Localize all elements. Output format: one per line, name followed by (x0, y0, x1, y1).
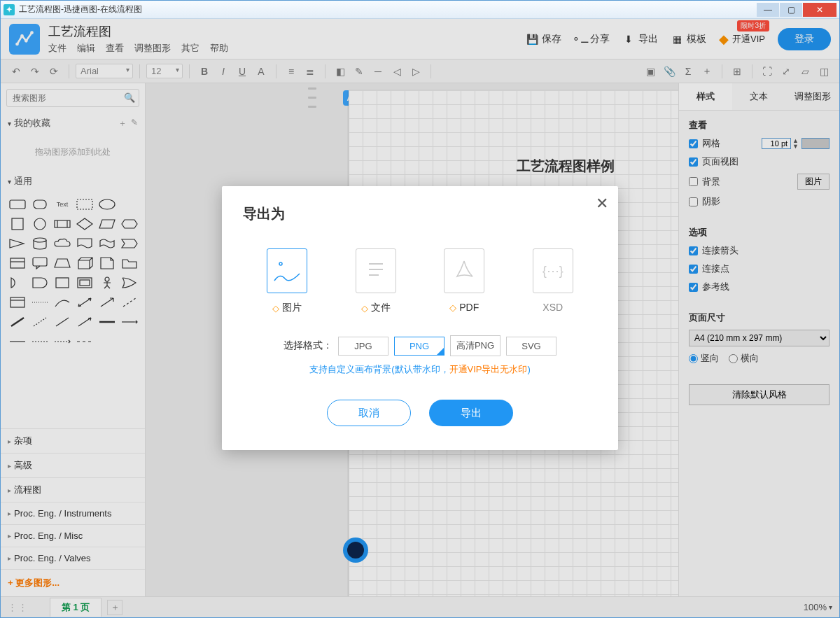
format-png-button[interactable]: PNG (394, 337, 444, 356)
app-icon: ✦ (4, 4, 15, 15)
format-label: 选择格式： (284, 339, 332, 352)
format-svg-button[interactable]: SVG (506, 337, 556, 356)
dialog-close-button[interactable]: ✕ (596, 195, 608, 213)
modal-overlay[interactable]: ✕ 导出为 ◇图片 ◇文件 ◇PDF {⋯} XSD (1, 19, 839, 617)
export-type-file[interactable]: ◇文件 (356, 248, 396, 314)
dialog-export-button[interactable]: 导出 (429, 400, 513, 426)
xsd-type-icon: {⋯} (533, 248, 573, 293)
window-close-button[interactable]: ✕ (803, 3, 836, 17)
svg-point-34 (279, 262, 282, 265)
image-type-icon (267, 248, 307, 293)
format-jpg-button[interactable]: JPG (338, 337, 388, 356)
diamond-icon: ◇ (361, 303, 368, 314)
window-minimize-button[interactable]: — (757, 3, 779, 17)
vip-link[interactable]: 开通VIP导出无水印 (449, 364, 528, 374)
export-dialog: ✕ 导出为 ◇图片 ◇文件 ◇PDF {⋯} XSD (222, 186, 618, 450)
export-type-pdf[interactable]: ◇PDF (444, 248, 484, 314)
dialog-cancel-button[interactable]: 取消 (327, 400, 411, 426)
file-type-icon (356, 248, 396, 293)
app-window: ✦ 工艺流程图-迅捷画图-在线流程图 — ▢ ✕ 工艺流程图 文件 编辑 查看 … (0, 0, 840, 618)
window-maximize-button[interactable]: ▢ (780, 3, 802, 17)
export-type-xsd[interactable]: {⋯} XSD (533, 248, 573, 314)
format-hdpng-button[interactable]: 高清PNG (450, 335, 500, 356)
watermark-note: 支持自定义画布背景(默认带水印，开通VIP导出无水印) (243, 363, 597, 376)
dialog-title: 导出为 (243, 204, 597, 223)
window-titlebar: ✦ 工艺流程图-迅捷画图-在线流程图 — ▢ ✕ (1, 1, 839, 19)
diamond-icon: ◇ (272, 303, 279, 314)
window-title: 工艺流程图-迅捷画图-在线流程图 (19, 3, 756, 15)
pdf-type-icon (444, 248, 484, 293)
diamond-icon: ◇ (449, 302, 456, 313)
export-type-image[interactable]: ◇图片 (267, 248, 307, 314)
